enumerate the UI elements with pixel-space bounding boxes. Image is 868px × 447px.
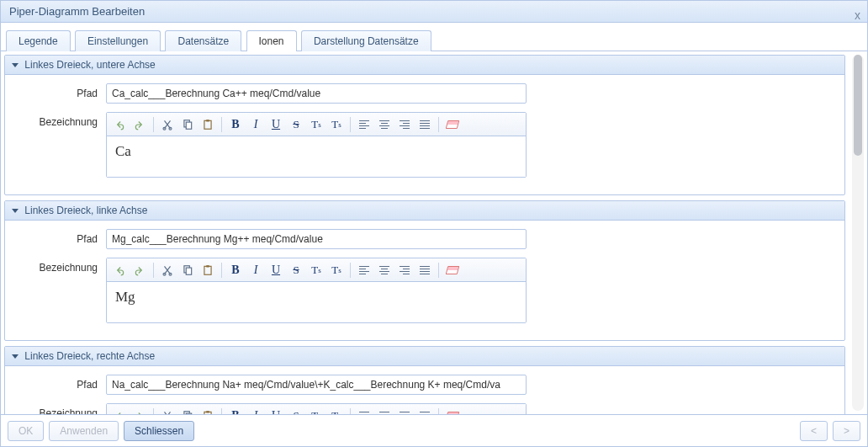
section-panel: Linkes Dreieck, untere Achse Pfad Bezeic… [4, 55, 845, 195]
anwenden-button[interactable]: Anwenden [49, 421, 119, 441]
undo-icon[interactable] [110, 115, 129, 134]
paste-icon[interactable] [198, 407, 217, 415]
svg-point-7 [169, 273, 172, 275]
schliessen-button[interactable]: Schliessen [124, 421, 194, 441]
align-center-icon[interactable] [375, 407, 394, 415]
redo-icon[interactable] [130, 261, 149, 279]
rich-text-editor: B I U S Ts Ts Ca [106, 112, 527, 178]
svg-rect-9 [186, 268, 191, 274]
ok-button[interactable]: OK [8, 421, 44, 441]
collapse-icon[interactable] [12, 209, 19, 213]
tab-darstellung-datensaetze[interactable]: Darstellung Datensätze [301, 30, 431, 51]
underline-icon[interactable]: U [267, 261, 285, 279]
subscript-icon[interactable]: Ts [307, 407, 326, 415]
bold-icon[interactable]: B [226, 115, 245, 134]
align-right-icon[interactable] [395, 115, 414, 134]
italic-icon[interactable]: I [246, 407, 265, 415]
prev-button[interactable]: < [800, 421, 828, 441]
underline-icon[interactable]: U [267, 115, 285, 134]
rte-content[interactable]: Mg [107, 282, 526, 322]
tab-legende[interactable]: Legende [6, 30, 71, 51]
separator [438, 117, 439, 132]
rte-content[interactable]: Ca [107, 136, 526, 177]
dialog-title: Piper-Diagramm Bearbeiten [9, 5, 145, 18]
bezeichnung-label: Bezeichnung [13, 258, 106, 274]
subscript-icon[interactable]: Ts [307, 261, 326, 279]
redo-icon[interactable] [130, 407, 149, 415]
rich-text-editor: B I U S Ts Ts [106, 403, 527, 414]
align-justify-icon[interactable] [415, 115, 434, 134]
undo-icon[interactable] [110, 407, 129, 415]
copy-icon[interactable] [178, 261, 197, 279]
align-justify-icon[interactable] [415, 407, 434, 415]
align-left-icon[interactable] [355, 261, 373, 279]
align-justify-icon[interactable] [415, 261, 434, 279]
panel-header[interactable]: Linkes Dreieck, linke Achse [5, 201, 844, 221]
rich-text-editor: B I U S Ts Ts Mg [106, 258, 527, 323]
collapse-icon[interactable] [12, 63, 19, 67]
align-right-icon[interactable] [395, 261, 414, 279]
superscript-icon[interactable]: Ts [327, 407, 346, 415]
align-left-icon[interactable] [355, 115, 373, 134]
separator [153, 263, 154, 278]
italic-icon[interactable]: I [246, 115, 265, 134]
cut-icon[interactable] [158, 115, 177, 134]
tab-einstellungen[interactable]: Einstellungen [75, 30, 161, 51]
close-icon[interactable]: x [855, 4, 860, 26]
align-center-icon[interactable] [375, 115, 394, 134]
separator [438, 408, 439, 415]
tab-strip: Legende Einstellungen Datensätze Ionen D… [1, 23, 867, 51]
separator [221, 408, 222, 415]
copy-icon[interactable] [178, 407, 197, 415]
next-button[interactable]: > [833, 421, 860, 441]
rte-toolbar: B I U S Ts Ts [107, 113, 526, 136]
pfad-input[interactable] [106, 229, 527, 249]
separator [350, 263, 351, 278]
bezeichnung-label: Bezeichnung [13, 403, 106, 414]
paste-icon[interactable] [198, 261, 217, 279]
strikethrough-icon[interactable]: S [287, 115, 305, 134]
superscript-icon[interactable]: Ts [327, 261, 346, 279]
undo-icon[interactable] [110, 261, 129, 279]
strikethrough-icon[interactable]: S [287, 261, 305, 279]
collapse-icon[interactable] [12, 354, 19, 359]
footer-bar: OK Anwenden Schliessen < > [1, 414, 867, 446]
pfad-input[interactable] [106, 83, 527, 104]
copy-icon[interactable] [178, 115, 197, 134]
align-left-icon[interactable] [355, 407, 373, 415]
content-scroll[interactable]: Linkes Dreieck, untere Achse Pfad Bezeic… [1, 51, 849, 414]
subscript-icon[interactable]: Ts [307, 115, 326, 134]
separator [350, 117, 351, 132]
panel-header[interactable]: Linkes Dreieck, untere Achse [5, 56, 844, 75]
align-right-icon[interactable] [395, 407, 414, 415]
strikethrough-icon[interactable]: S [287, 407, 305, 415]
italic-icon[interactable]: I [246, 261, 265, 279]
redo-icon[interactable] [130, 115, 149, 134]
panel-title: Linkes Dreieck, linke Achse [24, 205, 147, 216]
tab-datensaetze[interactable]: Datensätze [165, 30, 241, 51]
underline-icon[interactable]: U [267, 407, 285, 415]
clear-format-icon[interactable] [443, 115, 462, 134]
paste-icon[interactable] [198, 115, 217, 134]
section-panel: Linkes Dreieck, rechte Achse Pfad Bezeic… [4, 346, 845, 414]
align-center-icon[interactable] [375, 261, 394, 279]
panel-body: Pfad Bezeichnung [5, 366, 844, 414]
clear-format-icon[interactable] [443, 261, 462, 279]
separator [221, 117, 222, 132]
cut-icon[interactable] [158, 261, 177, 279]
pfad-input[interactable] [106, 375, 527, 395]
clear-format-icon[interactable] [443, 407, 462, 415]
scrollbar-track[interactable] [852, 55, 864, 411]
superscript-icon[interactable]: Ts [327, 115, 346, 134]
scrollbar-thumb[interactable] [854, 55, 862, 156]
cut-icon[interactable] [158, 407, 177, 415]
svg-rect-11 [206, 265, 209, 267]
panel-body: Pfad Bezeichnung [5, 75, 844, 194]
panel-header[interactable]: Linkes Dreieck, rechte Achse [5, 347, 844, 366]
content-area: Linkes Dreieck, untere Achse Pfad Bezeic… [1, 51, 867, 414]
bold-icon[interactable]: B [226, 261, 245, 279]
tab-ionen[interactable]: Ionen [246, 30, 297, 51]
separator [153, 117, 154, 132]
bold-icon[interactable]: B [226, 407, 245, 415]
separator [438, 263, 439, 278]
